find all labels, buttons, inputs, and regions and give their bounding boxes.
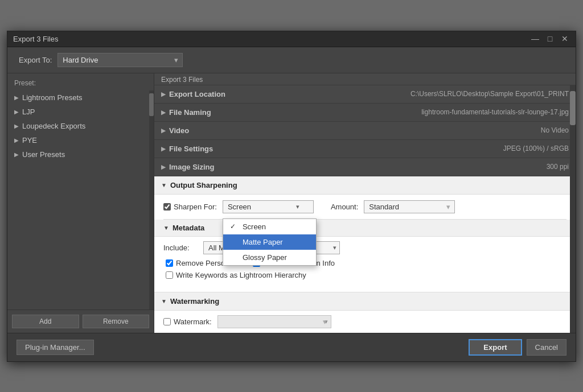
- add-preset-button[interactable]: Add: [12, 315, 79, 328]
- watermark-section: ▼ Watermarking Watermark: ▾: [154, 292, 576, 333]
- watermark-select-wrapper: ▾: [217, 315, 331, 328]
- sharpen-for-dropdown-wrapper: Screen ✓ Screen: [223, 200, 314, 213]
- dropdown-item-label: Screen: [243, 222, 266, 231]
- dropdown-item-label: Matte Paper: [243, 238, 283, 246]
- section-video[interactable]: ▶ Video No Video: [154, 122, 576, 140]
- remove-person-info-checkbox[interactable]: [166, 259, 173, 267]
- close-button[interactable]: ✕: [560, 35, 570, 43]
- sidebar-list: ▶ Lightroom Presets ▶ LJP ▶ Loupedeck Ex…: [7, 90, 154, 162]
- output-sharpening-label: Output Sharpening: [170, 181, 237, 189]
- sharpen-for-text: Sharpen For:: [174, 203, 217, 211]
- sidebar-item-label: PYE: [22, 136, 37, 145]
- watermark-label: Watermarking: [170, 297, 219, 306]
- section-image-sizing[interactable]: ▶ Image Sizing 300 ppi: [154, 158, 576, 176]
- amount-select-wrapper: Standard Low High: [364, 200, 455, 213]
- write-keywords-label: Write Keywords as Lightroom Hierarchy: [166, 271, 306, 279]
- section-title: ▶ Video: [161, 126, 264, 135]
- minimize-button[interactable]: —: [530, 35, 540, 43]
- watermark-down-arrow-icon: ▼: [161, 298, 167, 304]
- sidebar-scrollbar-track: [149, 90, 154, 310]
- section-arrow-icon: ▶: [161, 164, 166, 170]
- export-to-label: Export To:: [19, 56, 52, 64]
- export-to-select-wrapper: Hard Drive Email CD/DVD: [58, 53, 183, 67]
- cancel-button[interactable]: Cancel: [527, 339, 566, 356]
- sharpen-for-row: Sharpen For: Screen ✓ Scr: [163, 200, 566, 213]
- watermark-select[interactable]: [217, 315, 331, 328]
- section-label: Export Location: [169, 90, 225, 98]
- watermark-text: Watermark:: [174, 317, 212, 326]
- amount-label: Amount:: [331, 203, 358, 211]
- plugin-manager-button[interactable]: Plug-in Manager...: [17, 340, 94, 355]
- watermark-body: Watermark: ▾: [154, 311, 576, 333]
- sharpen-for-checkbox-label: Sharpen For:: [163, 203, 217, 211]
- sharpen-for-dropdown-button[interactable]: Screen: [223, 200, 314, 213]
- section-down-arrow-icon: ▼: [161, 182, 167, 188]
- export-dialog: Export 3 Files — □ ✕ Export To: Hard Dri…: [7, 31, 576, 362]
- right-panel-scrollbar-track: [570, 85, 576, 333]
- sidebar-header: Preset:: [7, 78, 154, 90]
- sidebar-item-ljp[interactable]: ▶ LJP: [7, 105, 154, 119]
- section-label: File Naming: [169, 108, 211, 117]
- export-to-select[interactable]: Hard Drive Email CD/DVD: [58, 53, 183, 67]
- output-sharpening-title: ▼ Output Sharpening: [161, 181, 237, 189]
- sidebar-item-label: User Presets: [22, 150, 65, 159]
- sidebar-scroll-wrapper: ▶ Lightroom Presets ▶ LJP ▶ Loupedeck Ex…: [7, 90, 154, 310]
- dropdown-item-glossy-paper[interactable]: Glossy Paper: [223, 250, 316, 265]
- section-title: ▶ Image Sizing: [161, 163, 264, 171]
- sidebar-item-label: Lightroom Presets: [22, 93, 83, 102]
- dropdown-item-matte-paper[interactable]: Matte Paper: [223, 234, 316, 250]
- sidebar-arrow-icon: ▶: [14, 151, 19, 158]
- maximize-button[interactable]: □: [545, 35, 555, 43]
- output-sharpening-body: Sharpen For: Screen ✓ Scr: [154, 195, 576, 292]
- section-value: lightroom-fundamental-tutorials-slr-loun…: [421, 108, 569, 116]
- sidebar-scrollbar-thumb: [149, 93, 154, 116]
- amount-select[interactable]: Standard Low High: [364, 200, 455, 213]
- dropdown-item-screen[interactable]: ✓ Screen: [223, 219, 316, 234]
- metadata-title: ▼ Metadata: [163, 224, 204, 232]
- metadata-header[interactable]: ▼ Metadata: [154, 220, 576, 237]
- section-value: JPEG (100%) / sRGB: [503, 145, 569, 152]
- right-panel: Export 3 Files ▶ Export Location C:\User…: [154, 73, 576, 333]
- section-label: Image Sizing: [169, 163, 214, 171]
- watermark-checkbox[interactable]: [163, 318, 171, 325]
- action-buttons: Export Cancel: [469, 339, 566, 356]
- export-to-bar: Export To: Hard Drive Email CD/DVD: [7, 47, 576, 73]
- watermark-header[interactable]: ▼ Watermarking: [154, 292, 576, 311]
- remove-preset-button[interactable]: Remove: [83, 315, 150, 328]
- section-arrow-icon: ▶: [161, 127, 166, 134]
- section-title: ▶ File Naming: [161, 108, 264, 117]
- watermark-checkbox-label: Watermark:: [163, 317, 212, 326]
- write-keywords-row: Write Keywords as Lightroom Hierarchy: [163, 271, 566, 279]
- sidebar: Preset: ▶ Lightroom Presets ▶ LJP ▶ Loup…: [7, 73, 154, 333]
- section-file-naming[interactable]: ▶ File Naming lightroom-fundamental-tuto…: [154, 104, 576, 122]
- sidebar-item-loupedeck[interactable]: ▶ Loupedeck Exports: [7, 119, 154, 133]
- sidebar-item-pye[interactable]: ▶ PYE: [7, 133, 154, 147]
- sharpen-for-dropdown-value: Screen: [228, 203, 251, 211]
- watermark-title: ▼ Watermarking: [161, 297, 219, 306]
- sidebar-item-label: LJP: [22, 108, 35, 116]
- section-file-settings[interactable]: ▶ File Settings JPEG (100%) / sRGB: [154, 140, 576, 158]
- main-area: Preset: ▶ Lightroom Presets ▶ LJP ▶ Loup…: [7, 73, 576, 333]
- output-sharpening-header[interactable]: ▼ Output Sharpening: [154, 176, 576, 195]
- title-bar-controls: — □ ✕: [530, 35, 570, 43]
- sidebar-item-lightroom-presets[interactable]: ▶ Lightroom Presets: [7, 90, 154, 105]
- section-label: Video: [169, 126, 189, 135]
- check-mark-icon: ✓: [230, 222, 238, 230]
- metadata-down-arrow-icon: ▼: [163, 225, 169, 231]
- sidebar-item-user-presets[interactable]: ▶ User Presets: [7, 147, 154, 162]
- section-export-location[interactable]: ▶ Export Location C:\Users\SLRLO\Desktop…: [154, 85, 576, 104]
- dropdown-item-label: Glossy Paper: [243, 253, 287, 262]
- metadata-label: Metadata: [173, 224, 204, 232]
- sharpen-for-checkbox[interactable]: [163, 203, 171, 211]
- section-title: ▶ File Settings: [161, 145, 264, 153]
- section-value: C:\Users\SLRLO\Desktop\Sample Export\01_…: [410, 90, 569, 98]
- export-button[interactable]: Export: [469, 339, 522, 356]
- write-keywords-checkbox[interactable]: [166, 271, 173, 279]
- sidebar-bottom: Add Remove: [7, 310, 154, 333]
- section-arrow-icon: ▶: [161, 146, 166, 152]
- title-bar: Export 3 Files — □ ✕: [7, 31, 576, 47]
- right-panel-inner: ▶ Export Location C:\Users\SLRLO\Desktop…: [154, 85, 576, 333]
- right-panel-header: Export 3 Files: [154, 73, 576, 85]
- sidebar-item-label: Loupedeck Exports: [22, 122, 85, 130]
- sidebar-arrow-icon: ▶: [14, 109, 19, 115]
